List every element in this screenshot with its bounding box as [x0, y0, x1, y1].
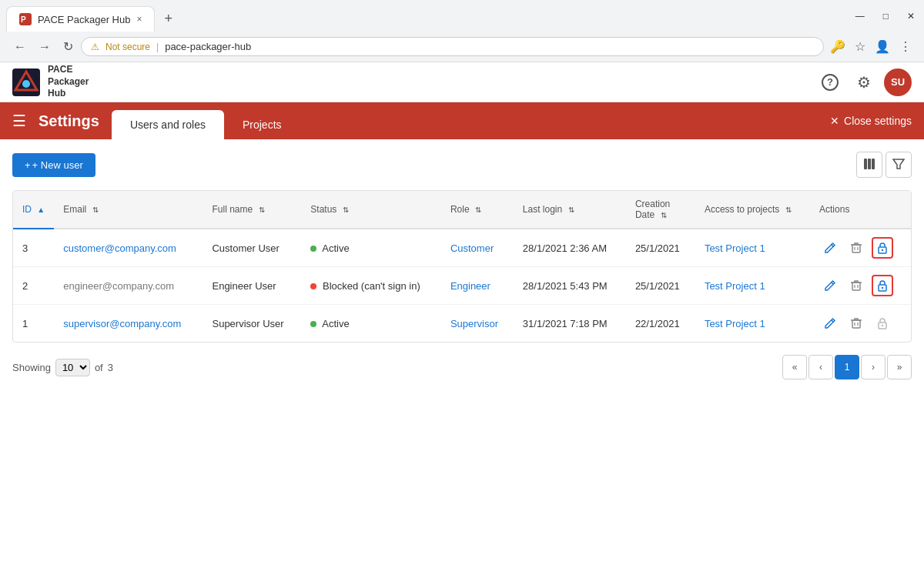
col-last-login[interactable]: Last login ⇅: [514, 191, 626, 229]
status-dot-icon: [310, 246, 316, 252]
new-tab-button[interactable]: +: [158, 8, 179, 30]
pagination: Showing 10 25 50 of 3 « ‹ 1 › »: [12, 355, 912, 379]
edit-button[interactable]: [819, 275, 841, 296]
status-text: Active: [322, 242, 349, 254]
new-user-button[interactable]: + + New user: [12, 153, 95, 177]
per-page-select[interactable]: 10 25 50: [55, 359, 90, 376]
cell-access: Test Project 1: [695, 229, 810, 267]
delete-button[interactable]: [845, 313, 867, 334]
cell-email: customer@company.com: [54, 229, 203, 267]
close-settings-button[interactable]: ✕ Close settings: [830, 115, 912, 127]
lock-button[interactable]: [872, 313, 893, 334]
lock-button[interactable]: [872, 237, 893, 259]
cell-last-login: 28/1/2021 5:43 PM: [514, 267, 626, 305]
cell-actions: [810, 267, 911, 305]
email-link[interactable]: engineer@company.com: [63, 280, 174, 292]
edit-button[interactable]: [819, 313, 841, 334]
role-link[interactable]: Supervisor: [450, 318, 498, 329]
project-link[interactable]: Test Project 1: [705, 242, 765, 254]
lock-icon: [876, 279, 889, 292]
email-link[interactable]: supervisor@company.com: [63, 318, 181, 329]
trash-icon: [850, 279, 862, 292]
toolbar: + + New user: [12, 152, 912, 178]
first-page-button[interactable]: «: [782, 355, 807, 379]
col-access[interactable]: Access to projects ⇅: [695, 191, 810, 229]
cell-role: Supervisor: [441, 305, 514, 343]
svg-point-4: [22, 80, 30, 88]
help-button[interactable]: ?: [816, 69, 844, 96]
profile-icon[interactable]: 👤: [872, 36, 893, 57]
page-1-button[interactable]: 1: [835, 355, 859, 379]
sort-icon: ⇅: [661, 211, 667, 219]
hamburger-menu-icon[interactable]: ☰: [12, 112, 26, 130]
key-icon[interactable]: 🔑: [827, 36, 849, 57]
project-link[interactable]: Test Project 1: [705, 280, 765, 292]
svg-point-11: [882, 249, 883, 251]
filter-button[interactable]: [886, 152, 912, 178]
table-header-row: ID ▲ Email ⇅ Full name ⇅ Status ⇅: [13, 191, 911, 229]
avatar[interactable]: SU: [884, 69, 912, 96]
trash-icon: [850, 242, 862, 254]
sort-icon: ⇅: [475, 206, 481, 214]
role-link[interactable]: Engineer: [450, 280, 490, 292]
address-bar[interactable]: ⚠ Not secure | pace-packager-hub: [81, 37, 824, 56]
lock-icon: [876, 317, 889, 329]
svg-rect-7: [872, 159, 875, 169]
forward-button[interactable]: →: [34, 37, 55, 57]
cell-role: Engineer: [441, 267, 514, 305]
cell-status: Active: [301, 305, 441, 343]
cell-actions: [810, 305, 911, 343]
col-role[interactable]: Role ⇅: [441, 191, 514, 229]
col-id[interactable]: ID ▲: [13, 191, 54, 229]
tab-close-button[interactable]: ×: [136, 14, 142, 25]
columns-button[interactable]: [856, 152, 882, 178]
sort-icon: ⇅: [92, 206, 99, 214]
browser-tab[interactable]: P PACE Packager Hub ×: [6, 6, 155, 32]
tab-projects[interactable]: Projects: [224, 110, 300, 139]
role-link[interactable]: Customer: [450, 242, 494, 254]
menu-dots-icon[interactable]: ⋮: [896, 36, 915, 57]
minimize-button[interactable]: —: [846, 5, 874, 28]
reload-button[interactable]: ↻: [59, 36, 78, 57]
tab-users-and-roles[interactable]: Users and roles: [112, 110, 224, 139]
back-button[interactable]: ←: [9, 37, 31, 57]
delete-button[interactable]: [845, 237, 867, 259]
cell-role: Customer: [441, 229, 514, 267]
close-button[interactable]: ✕: [898, 5, 924, 28]
next-page-button[interactable]: ›: [861, 355, 886, 379]
delete-button[interactable]: [845, 275, 867, 296]
pencil-icon: [824, 317, 836, 329]
cell-access: Test Project 1: [695, 305, 810, 343]
prev-page-button[interactable]: ‹: [808, 355, 833, 379]
tab-favicon-icon: P: [19, 13, 32, 25]
browser-actions: 🔑 ☆ 👤 ⋮: [827, 36, 915, 57]
browser-chrome: P PACE Packager Hub × + — □ ✕ ← → ↻ ⚠ No…: [0, 0, 924, 62]
maximize-button[interactable]: □: [874, 5, 898, 28]
filter-icon: [892, 158, 905, 172]
settings-button[interactable]: ⚙: [850, 69, 878, 96]
main-content: + + New user ID ▲: [0, 139, 924, 392]
svg-rect-12: [852, 282, 860, 290]
cell-email: engineer@company.com: [54, 267, 203, 305]
actions-cell: [819, 313, 902, 334]
project-link[interactable]: Test Project 1: [705, 318, 765, 329]
col-email[interactable]: Email ⇅: [54, 191, 203, 229]
plus-icon: +: [25, 159, 31, 171]
col-fullname[interactable]: Full name ⇅: [203, 191, 301, 229]
col-creation-date[interactable]: Creation Date ⇅: [626, 191, 695, 229]
lock-button[interactable]: [872, 275, 893, 296]
bookmark-icon[interactable]: ☆: [852, 36, 869, 57]
settings-tabs: Users and roles Projects: [112, 102, 300, 139]
email-link[interactable]: customer@company.com: [63, 242, 176, 254]
sort-icon: ⇅: [343, 206, 349, 214]
actions-cell: [819, 237, 902, 259]
last-page-button[interactable]: »: [887, 355, 912, 379]
cell-creation-date: 25/1/2021: [626, 267, 695, 305]
cell-access: Test Project 1: [695, 267, 810, 305]
pencil-icon: [824, 242, 836, 254]
col-status[interactable]: Status ⇅: [301, 191, 441, 229]
cell-last-login: 31/1/2021 7:18 PM: [514, 305, 626, 343]
address-separator: |: [156, 42, 159, 52]
edit-button[interactable]: [819, 237, 841, 259]
sort-icon: ⇅: [568, 206, 574, 214]
